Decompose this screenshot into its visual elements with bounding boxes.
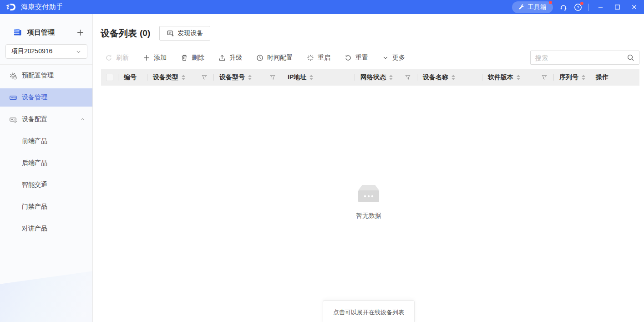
chevron-down-icon (76, 49, 81, 55)
sort-icon[interactable] (517, 75, 520, 80)
close-icon (631, 4, 638, 10)
sidebar-subitem-traffic[interactable]: 智能交通 (0, 174, 92, 196)
add-button[interactable]: 添加 (143, 54, 167, 62)
chevron-up-icon (80, 117, 85, 122)
more-button[interactable]: 更多 (382, 54, 405, 62)
wrench-icon (518, 4, 525, 10)
sort-icon[interactable] (309, 75, 313, 80)
column-label: 软件版本 (488, 73, 513, 82)
table-header: 编号 设备类型 设备型号 IP地址 网络状态 (101, 69, 639, 86)
device-gear-icon (9, 115, 17, 124)
gear-icon (9, 72, 17, 80)
online-device-list-tip[interactable]: 点击可以展开在线设备列表 (323, 300, 415, 322)
refresh-button[interactable]: 刷新 (105, 54, 129, 62)
minimize-button[interactable] (595, 3, 606, 11)
column-header-device-type: 设备类型 (147, 69, 214, 86)
sidebar-subitem-label: 后端产品 (22, 159, 47, 167)
column-label: 设备型号 (219, 73, 245, 82)
sidebar-item-device-config[interactable]: 设备配置 (0, 108, 92, 130)
app-logo-icon (5, 2, 16, 12)
column-header-software-version: 软件版本 (482, 69, 554, 86)
maximize-button[interactable] (612, 3, 623, 11)
titlebar: 海康交付助手 工具箱 (0, 0, 644, 14)
minimize-icon (597, 4, 604, 10)
refresh-icon (105, 54, 112, 61)
delete-button[interactable]: 删除 (181, 54, 204, 62)
svg-text:?: ? (577, 5, 579, 10)
search-icon[interactable] (627, 54, 634, 61)
sidebar-subitem-back-end[interactable]: 后端产品 (0, 152, 92, 174)
add-project-button[interactable] (76, 29, 85, 36)
discover-button-label: 发现设备 (177, 29, 203, 37)
toolbox-button[interactable]: 工具箱 (512, 1, 553, 13)
reset-icon (345, 54, 352, 61)
filter-icon[interactable] (269, 74, 276, 81)
time-config-button[interactable]: 时间配置 (256, 54, 293, 62)
sort-icon[interactable] (451, 75, 455, 80)
sidebar-subitem-label: 门禁产品 (22, 203, 47, 211)
sort-icon[interactable] (182, 75, 185, 80)
select-all-cell (101, 69, 118, 86)
restart-button[interactable]: 重启 (307, 54, 330, 62)
support-headset-button[interactable] (559, 3, 568, 11)
column-header-operation: 操作 (590, 69, 639, 86)
sidebar-item-device-management[interactable]: 设备管理 (0, 87, 92, 108)
sidebar-subitem-label: 对讲产品 (22, 225, 47, 233)
upgrade-button[interactable]: 升级 (218, 54, 242, 62)
empty-state: 暂无数据 (356, 184, 381, 220)
column-label: 设备名称 (423, 73, 448, 82)
column-label: 编号 (124, 73, 137, 82)
sort-icon[interactable] (582, 75, 585, 80)
sidebar-nav: 预配置管理 设备管理 (0, 65, 92, 240)
help-button[interactable]: ? (574, 3, 582, 11)
plus-icon (143, 54, 150, 61)
column-header-ip-address: IP地址 (282, 69, 355, 86)
filter-icon[interactable] (541, 74, 548, 81)
column-label: 设备类型 (153, 73, 178, 82)
main-content: 设备列表 (0) 发现设备 刷新 (93, 14, 644, 322)
column-header-number: 编号 (118, 69, 147, 86)
search-box (530, 51, 639, 65)
help-badge-dot (580, 2, 583, 5)
maximize-icon (614, 4, 621, 10)
sidebar-subitem-access-control[interactable]: 门禁产品 (0, 196, 92, 218)
column-header-network-status: 网络状态 (355, 69, 417, 86)
discover-devices-button[interactable]: 发现设备 (159, 26, 210, 41)
column-header-device-model: 设备型号 (214, 69, 282, 86)
toolbar-label: 刷新 (116, 54, 129, 62)
column-label: 网络状态 (360, 73, 386, 82)
project-select[interactable]: 项目20250916 (5, 44, 87, 59)
titlebar-separator (588, 4, 589, 11)
sort-icon[interactable] (248, 75, 252, 80)
sort-icon[interactable] (389, 75, 393, 80)
column-header-serial-number: 序列号 (554, 69, 590, 86)
column-label: 操作 (596, 73, 609, 82)
filter-icon[interactable] (405, 74, 411, 81)
sidebar-subitem-label: 前端产品 (22, 137, 47, 145)
page-title: 设备列表 (101, 27, 137, 40)
column-label: IP地址 (288, 73, 306, 82)
sidebar-subitem-intercom[interactable]: 对讲产品 (0, 218, 92, 240)
empty-state-text: 暂无数据 (356, 212, 381, 220)
sidebar-item-label: 设备管理 (22, 93, 47, 102)
toolbox-badge-dot (549, 1, 552, 4)
device-count: (0) (140, 28, 150, 38)
device-icon (9, 93, 17, 102)
close-button[interactable] (629, 3, 639, 11)
reset-button[interactable]: 重置 (345, 54, 368, 62)
column-header-device-name: 设备名称 (417, 69, 482, 86)
trash-icon (181, 54, 188, 61)
sidebar-item-label: 预配置管理 (22, 72, 54, 80)
page-title-row: 设备列表 (0) 发现设备 (101, 26, 210, 41)
filter-icon[interactable] (201, 74, 208, 81)
select-all-checkbox[interactable] (106, 74, 113, 81)
sidebar-item-preconfig[interactable]: 预配置管理 (0, 65, 92, 87)
headset-icon (559, 3, 568, 11)
sidebar-item-label: 设备配置 (22, 115, 47, 123)
plus-icon (76, 29, 84, 36)
toolbar: 刷新 添加 删除 升级 (105, 51, 419, 65)
search-input[interactable] (535, 54, 627, 61)
sidebar-subitem-front-end[interactable]: 前端产品 (0, 130, 92, 152)
sidebar: 项目管理 项目20250916 预配置管理 (0, 14, 93, 322)
chevron-down-icon (382, 55, 389, 61)
